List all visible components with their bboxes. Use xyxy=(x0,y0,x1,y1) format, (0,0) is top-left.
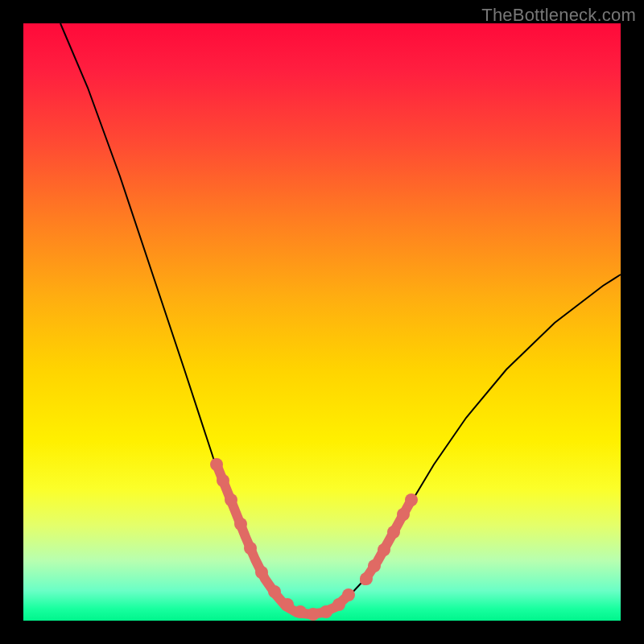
highlight-dot xyxy=(225,493,237,506)
highlight-dot xyxy=(342,588,355,601)
bottleneck-curve xyxy=(60,23,621,614)
highlight-dot xyxy=(378,543,390,556)
highlight-dot xyxy=(268,585,281,598)
highlight-dot xyxy=(294,605,307,618)
chart-svg xyxy=(23,23,621,621)
highlight-dot xyxy=(332,598,345,611)
plot-area xyxy=(23,23,621,621)
highlight-dot xyxy=(405,493,418,506)
highlight-dot xyxy=(307,608,320,621)
highlight-dot xyxy=(234,518,247,530)
highlight-dot xyxy=(255,566,268,579)
highlight-dot xyxy=(210,458,223,471)
highlight-group xyxy=(210,458,418,621)
highlight-dot xyxy=(320,605,332,618)
highlight-dot xyxy=(281,598,294,611)
watermark-text: TheBottleneck.com xyxy=(481,5,636,26)
highlight-dot xyxy=(217,474,229,487)
highlight-dot xyxy=(368,559,381,572)
highlight-dot xyxy=(244,542,257,555)
outer-frame: TheBottleneck.com xyxy=(0,0,644,644)
highlight-dot xyxy=(360,572,373,585)
highlight-dot xyxy=(397,508,410,521)
left-descent-segment xyxy=(217,464,347,614)
highlight-dot xyxy=(387,526,400,539)
